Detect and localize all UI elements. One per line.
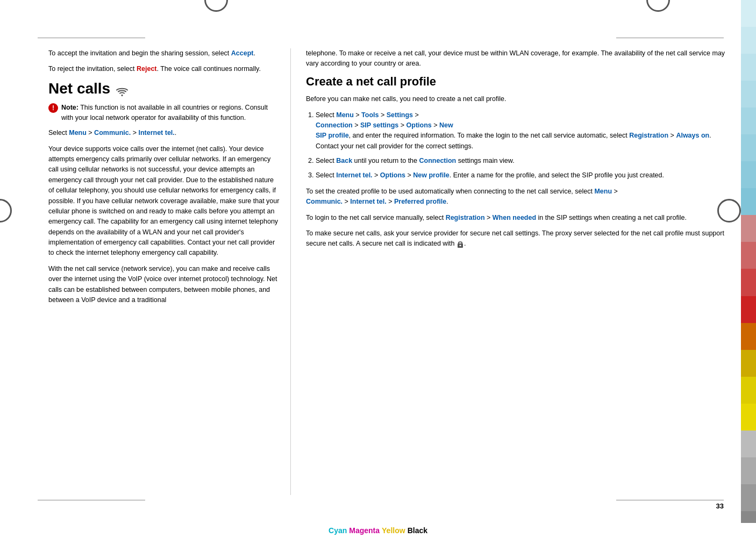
body-para-1: Your device supports voice calls over th… (48, 144, 280, 259)
color-tab-3 (741, 54, 756, 81)
step-3: Select Internet tel. > Options > New pro… (316, 170, 726, 181)
login-registration-link[interactable]: Registration (446, 214, 485, 221)
cmyk-bar: Cyan Magenta Yellow Black (0, 523, 756, 538)
color-tab-16 (741, 404, 756, 431)
color-tab-14 (741, 350, 756, 377)
color-tabs (741, 0, 756, 538)
color-tab-18 (741, 457, 756, 484)
color-tab-7 (741, 161, 756, 188)
color-tab-2 (741, 27, 756, 54)
step1-settings-link[interactable]: Settings (387, 111, 413, 119)
auto-preferred-link[interactable]: Preferred profile (394, 198, 446, 205)
circle-top-left (204, 0, 228, 12)
step3-newprofile-link[interactable]: New profile (413, 171, 449, 179)
color-tab-5 (741, 107, 756, 134)
color-tab-13 (741, 323, 756, 350)
color-tab-15 (741, 377, 756, 404)
step1-menu-link[interactable]: Menu (336, 111, 354, 119)
accept-link[interactable]: Accept (231, 49, 254, 57)
color-tab-1 (741, 0, 756, 27)
auto-internettel-link[interactable]: Internet tel. (350, 198, 386, 205)
auto-communic-link[interactable]: Communic. (306, 198, 343, 205)
secure-text: To make secure net calls, ask your servi… (306, 228, 726, 249)
cmyk-magenta-label: Magenta (349, 526, 380, 535)
color-tab-17 (741, 431, 756, 457)
color-tab-9 (741, 215, 756, 242)
note-icon: ! (48, 103, 58, 113)
intro-text-3: To reject the invitation, select (48, 65, 135, 73)
color-tab-10 (741, 242, 756, 269)
net-calls-heading: Net calls (48, 80, 280, 97)
note-text: Note: This function is not available in … (61, 103, 280, 123)
cmyk-black-label: Black (408, 526, 427, 535)
circle-left-mid (0, 199, 12, 223)
lock-icon (457, 240, 464, 248)
cmyk-cyan-label: Cyan (329, 526, 347, 535)
step1-options-link[interactable]: Options (406, 121, 432, 129)
step3-options-link[interactable]: Options (380, 171, 405, 179)
hline-top-left (38, 38, 145, 38)
page: To accept the invitation and begin the s… (0, 0, 756, 538)
right-intro-text: telephone. To make or receive a net call… (306, 48, 726, 69)
intro-text-1: To accept the invitation and begin the s… (48, 49, 229, 57)
intro-create: Before you can make net calls, you need … (306, 94, 726, 104)
intro-paragraph-1: To accept the invitation and begin the s… (48, 48, 280, 59)
hline-bottom-right (616, 500, 724, 500)
svg-point-0 (122, 95, 123, 96)
select-menu-line: Select Menu > Communic. > Internet tel.. (48, 128, 280, 138)
internet-tel-link[interactable]: Internet tel. (138, 129, 174, 137)
step-1: Select Menu > Tools > Settings > Connect… (316, 110, 726, 152)
content-area: To accept the invitation and begin the s… (48, 48, 726, 495)
login-text: To login to the net call service manuall… (306, 213, 726, 223)
step2-connection-link[interactable]: Connection (419, 157, 457, 164)
hline-top-right (616, 38, 724, 38)
intro-paragraph-2: To reject the invitation, select Reject.… (48, 64, 280, 74)
left-column: To accept the invitation and begin the s… (48, 48, 290, 495)
step2-back-link[interactable]: Back (336, 157, 352, 164)
note-box: ! Note: This function is not available i… (48, 103, 280, 123)
cmyk-yellow-label: Yellow (382, 526, 405, 535)
circle-top-right (646, 0, 670, 12)
page-number: 33 (716, 502, 724, 510)
color-tab-4 (741, 81, 756, 107)
color-tab-12 (741, 296, 756, 323)
auto-menu-link[interactable]: Menu (594, 188, 612, 195)
step-2: Select Back until you return to the Conn… (316, 156, 726, 166)
login-whenneeded-link[interactable]: When needed (493, 214, 536, 221)
color-tab-6 (741, 134, 756, 161)
color-tab-11 (741, 269, 756, 296)
step1-alwayson-link[interactable]: Always on (676, 132, 709, 139)
right-column: telephone. To make or receive a net call… (291, 48, 726, 495)
reject-link[interactable]: Reject (137, 65, 157, 73)
step3-internettel-link[interactable]: Internet tel. (336, 171, 372, 179)
hline-bottom-left (38, 500, 145, 500)
step1-registration-link[interactable]: Registration (629, 132, 668, 139)
auto-profile-text: To set the created profile to be used au… (306, 186, 726, 207)
steps-list: Select Menu > Tools > Settings > Connect… (306, 110, 726, 181)
step1-tools-link[interactable]: Tools (361, 111, 379, 119)
step1-connection-link[interactable]: Connection (316, 121, 353, 129)
svg-rect-2 (460, 245, 461, 246)
body-para-2: With the net call service (network servi… (48, 264, 280, 306)
step1-sip-link[interactable]: SIP settings (360, 121, 398, 129)
communic-link[interactable]: Communic. (94, 129, 131, 137)
color-tab-19 (741, 484, 756, 511)
wifi-icon (115, 84, 130, 96)
create-heading: Create a net call profile (306, 75, 726, 89)
color-tab-8 (741, 188, 756, 215)
menu-link[interactable]: Menu (69, 129, 87, 137)
